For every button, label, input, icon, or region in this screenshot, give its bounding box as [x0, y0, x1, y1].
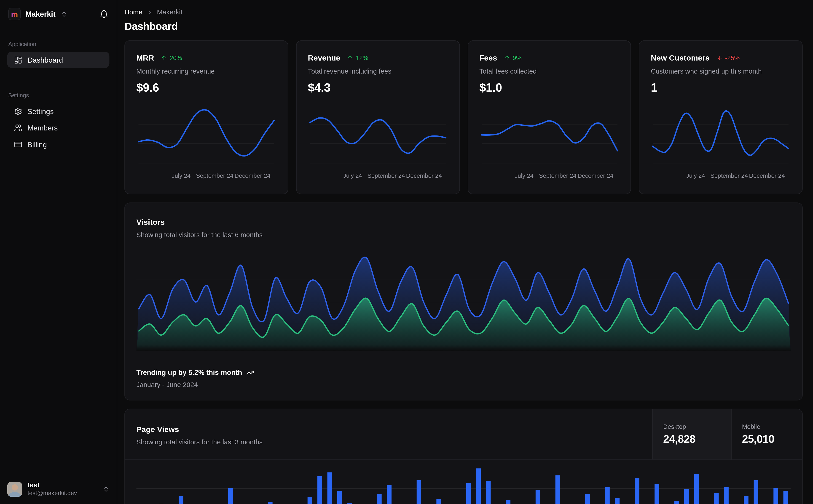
stat-value: 1	[651, 81, 791, 95]
trend-badge: 20%	[161, 54, 182, 61]
toggle-label: Mobile	[742, 423, 802, 430]
page-views-card: Page Views Showing total visitors for th…	[124, 409, 803, 504]
trend-badge: 12%	[347, 54, 368, 61]
arrow-up-icon	[347, 55, 353, 61]
spark-x-labels: July 24 September 24 December 24	[308, 172, 448, 182]
team-switcher[interactable]: m Makerkit	[0, 0, 117, 24]
fees-sparkline	[479, 101, 619, 171]
user-name: test	[27, 482, 77, 489]
layout-dashboard-icon	[14, 56, 22, 64]
nav-section-settings: Settings	[8, 92, 109, 98]
trend-badge: -25%	[716, 54, 740, 61]
stat-title: Fees	[479, 53, 497, 62]
user-menu[interactable]: test test@makerkit.dev	[0, 475, 117, 504]
sidebar-item-billing[interactable]: Billing	[7, 136, 109, 152]
sidebar-item-label: Dashboard	[27, 56, 63, 64]
sidebar-item-label: Billing	[27, 140, 47, 148]
sidebar: m Makerkit Application Dashboard Setting…	[0, 0, 117, 504]
sidebar-item-label: Settings	[27, 107, 54, 115]
sidebar-item-label: Members	[27, 124, 58, 132]
toggle-value: 25,010	[742, 433, 802, 445]
trending-up-icon	[246, 369, 254, 377]
new-customers-sparkline	[651, 101, 791, 171]
visitors-footer: Trending up by 5.2% this month	[136, 369, 791, 377]
sidebar-nav: Application Dashboard Settings Settings …	[0, 24, 117, 476]
visitors-area-chart	[136, 250, 791, 351]
user-meta: test test@makerkit.dev	[27, 482, 77, 497]
breadcrumb: Home Makerkit	[124, 8, 803, 16]
stat-card-mrr: MRR 20% Monthly recurring revenue $9.6 J…	[124, 40, 288, 194]
stat-subtitle: Total revenue including fees	[308, 67, 448, 75]
stat-cards-row: MRR 20% Monthly recurring revenue $9.6 J…	[124, 40, 803, 194]
team-name: Makerkit	[25, 10, 56, 18]
stat-card-new-customers: New Customers -25% Customers who signed …	[639, 40, 803, 194]
stat-card-revenue: Revenue 12% Total revenue including fees…	[296, 40, 460, 194]
users-icon	[14, 124, 22, 132]
stat-value: $1.0	[479, 81, 619, 95]
page-views-subtitle: Showing total visitors for the last 3 mo…	[136, 438, 641, 446]
spark-x-labels: July 24 September 24 December 24	[651, 172, 791, 182]
logo-letter: m	[11, 10, 18, 18]
sidebar-item-dashboard[interactable]: Dashboard	[7, 52, 109, 68]
mrr-sparkline	[136, 101, 276, 171]
stat-value: $9.6	[136, 81, 276, 95]
visitors-subtitle: Showing total visitors for the last 6 mo…	[136, 231, 791, 239]
app-root: m Makerkit Application Dashboard Setting…	[0, 0, 813, 504]
credit-card-icon	[14, 140, 22, 148]
user-email: test@makerkit.dev	[27, 490, 77, 497]
trend-badge: 9%	[504, 54, 522, 61]
arrow-up-icon	[504, 55, 510, 61]
sidebar-item-settings[interactable]: Settings	[7, 103, 109, 119]
toggle-desktop[interactable]: Desktop 24,828	[652, 409, 731, 459]
bell-icon[interactable]	[99, 10, 108, 19]
toggle-mobile[interactable]: Mobile 25,010	[731, 409, 802, 459]
stat-subtitle: Total fees collected	[479, 67, 619, 75]
avatar	[7, 482, 22, 497]
stat-title: New Customers	[651, 53, 710, 62]
sidebar-item-members[interactable]: Members	[7, 120, 109, 136]
stat-title: MRR	[136, 53, 154, 62]
stat-card-fees: Fees 9% Total fees collected $1.0 July 2…	[467, 40, 631, 194]
main-content: Home Makerkit Dashboard MRR 20% Monthly …	[117, 0, 813, 504]
nav-section-application: Application	[8, 41, 109, 47]
chevrons-up-down-icon	[103, 486, 109, 493]
gear-icon	[14, 107, 22, 115]
stat-value: $4.3	[308, 81, 448, 95]
page-views-header: Page Views Showing total visitors for th…	[125, 409, 802, 460]
visitors-trend-text: Trending up by 5.2% this month	[136, 369, 242, 377]
spark-x-labels: July 24 September 24 December 24	[479, 172, 619, 182]
visitors-card: Visitors Showing total visitors for the …	[124, 202, 803, 400]
page-views-bar-chart	[125, 460, 802, 504]
breadcrumb-home-link[interactable]: Home	[124, 8, 142, 16]
spark-x-labels: July 24 September 24 December 24	[136, 172, 276, 182]
arrow-down-icon	[716, 55, 723, 61]
page-title: Dashboard	[124, 21, 803, 33]
makerkit-logo: m	[8, 8, 21, 20]
page-views-title: Page Views	[136, 425, 641, 434]
toggle-value: 24,828	[663, 433, 731, 445]
arrow-up-icon	[161, 55, 167, 61]
visitors-title: Visitors	[136, 218, 791, 226]
visitors-date-range: January - June 2024	[136, 381, 791, 388]
stat-subtitle: Monthly recurring revenue	[136, 67, 276, 75]
stat-title: Revenue	[308, 53, 340, 62]
toggle-label: Desktop	[663, 423, 731, 430]
revenue-sparkline	[308, 101, 448, 171]
chevrons-up-down-icon	[61, 11, 67, 17]
chevron-right-icon	[146, 9, 153, 15]
breadcrumb-current: Makerkit	[157, 8, 182, 16]
stat-subtitle: Customers who signed up this month	[651, 67, 791, 75]
